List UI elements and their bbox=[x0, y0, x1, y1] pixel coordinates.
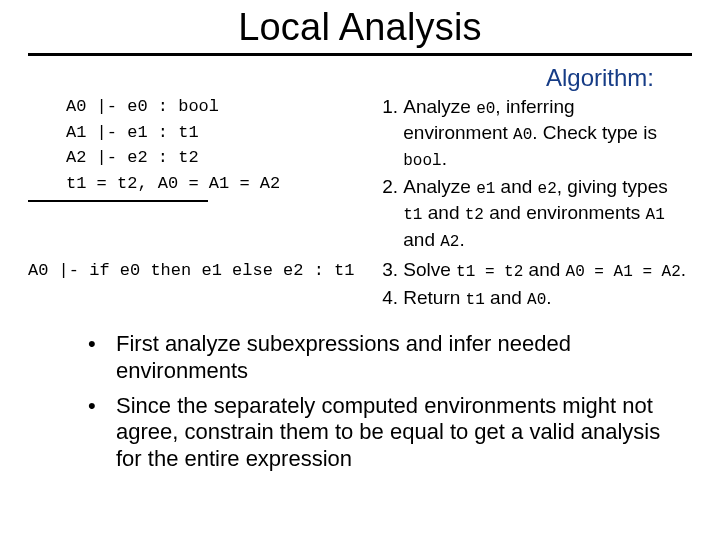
algorithm-list-cont: Solve t1 = t2 and A0 = A1 = A2. Return t… bbox=[379, 257, 692, 311]
bullet-dot-icon: • bbox=[88, 331, 116, 358]
premise-3: A2 |- e2 : t2 bbox=[66, 148, 199, 167]
main-row: A0 |- e0 : bool A1 |- e1 : t1 A2 |- e2 :… bbox=[28, 94, 692, 255]
algorithm-colon: : bbox=[647, 64, 654, 91]
algorithm-list: Analyze e0, inferring environment A0. Ch… bbox=[379, 94, 682, 253]
title-rule bbox=[28, 53, 692, 56]
algorithm-word: Algorithm bbox=[546, 64, 647, 91]
derivation-column: A0 |- e0 : bool A1 |- e1 : t1 A2 |- e2 :… bbox=[28, 94, 373, 206]
conclusion: A0 |- if e0 then e1 else e2 : t1 bbox=[28, 257, 373, 280]
page-title: Local Analysis bbox=[28, 6, 692, 49]
bullet-2-text: Since the separately computed environmen… bbox=[116, 393, 672, 473]
algo-step-4: Return t1 and A0. bbox=[403, 285, 692, 311]
algo-step-3: Solve t1 = t2 and A0 = A1 = A2. bbox=[403, 257, 692, 283]
algorithm-continued: Solve t1 = t2 and A0 = A1 = A2. Return t… bbox=[379, 257, 692, 313]
inference-rule-line bbox=[28, 200, 208, 202]
premise-2: A1 |- e1 : t1 bbox=[66, 123, 199, 142]
premise-1: A0 |- e0 : bool bbox=[66, 97, 219, 116]
algorithm-column: Analyze e0, inferring environment A0. Ch… bbox=[379, 94, 692, 255]
bullet-1-text: First analyze subexpressions and infer n… bbox=[116, 331, 672, 385]
conclusion-cell: A0 |- if e0 then e1 else e2 : t1 bbox=[28, 257, 373, 280]
algo-step-1: Analyze e0, inferring environment A0. Ch… bbox=[403, 94, 682, 172]
premises-block: A0 |- e0 : bool A1 |- e1 : t1 A2 |- e2 :… bbox=[28, 94, 373, 196]
lower-row: A0 |- if e0 then e1 else e2 : t1 Solve t… bbox=[28, 257, 692, 313]
algo-step-2: Analyze e1 and e2, giving types t1 and t… bbox=[403, 174, 682, 252]
bullet-dot-icon: • bbox=[88, 393, 116, 420]
summary-bullets: • First analyze subexpressions and infer… bbox=[88, 331, 672, 473]
slide: Local Analysis Algorithm: A0 |- e0 : boo… bbox=[0, 0, 720, 540]
premise-constraint: t1 = t2, A0 = A1 = A2 bbox=[66, 174, 280, 193]
bullet-1: • First analyze subexpressions and infer… bbox=[88, 331, 672, 385]
algorithm-heading: Algorithm: bbox=[28, 64, 654, 92]
bullet-2: • Since the separately computed environm… bbox=[88, 393, 672, 473]
